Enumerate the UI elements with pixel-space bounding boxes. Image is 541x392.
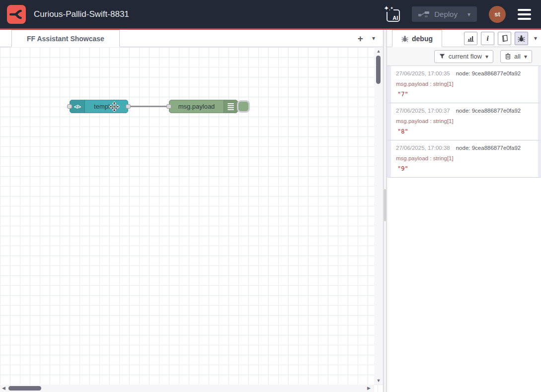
sidebar-tab-debug[interactable]: debug <box>392 30 442 47</box>
header-actions: ✦ ✦ AI Deploy ▾ st <box>386 6 534 23</box>
avatar-initials: st <box>494 10 500 18</box>
scroll-left-arrow[interactable]: ◀ <box>2 386 5 391</box>
deploy-icon <box>418 11 429 18</box>
template-output-port[interactable] <box>126 104 131 109</box>
debug-message[interactable]: 27/06/2025, 17:00:38node: 9cea886877e0fa… <box>387 140 541 178</box>
sidebar-tab-label: debug <box>412 35 433 43</box>
vertical-scroll-thumb[interactable] <box>376 56 381 84</box>
info-tab-button[interactable]: i <box>481 32 494 45</box>
sidebar-resize-gutter <box>383 30 387 392</box>
message-node-id: node: 9cea886877e0fa92 <box>456 145 521 151</box>
deploy-options-caret[interactable]: ▾ <box>467 11 470 18</box>
debug-tab-button[interactable] <box>515 32 528 45</box>
move-cursor-icon <box>109 101 120 112</box>
message-property: msg.payload : string[1] <box>396 155 533 162</box>
dashboard-tab-button[interactable] <box>464 32 477 45</box>
book-icon <box>501 35 508 42</box>
workspace-tab-label: FF Assistant Showcase <box>27 35 104 43</box>
instance-title: Curious-Pallid-Swift-8831 <box>34 9 129 19</box>
debug-iconbox <box>224 100 237 113</box>
sidebar-tabbar: debug i <box>387 30 541 47</box>
message-value: "8" <box>396 128 533 135</box>
message-property: msg.payload : string[1] <box>396 80 533 87</box>
workspace-tab-actions: + ▾ <box>358 30 383 47</box>
debug-filter-label: current flow <box>449 53 482 60</box>
menu-bar <box>518 13 531 15</box>
trash-icon <box>505 53 511 60</box>
message-timestamp: 27/06/2025, 17:00:35 <box>396 70 450 76</box>
node-debug-label: msg.payload <box>169 100 224 113</box>
debug-enable-toggle[interactable] <box>237 100 250 113</box>
scroll-down-arrow[interactable]: ▼ <box>374 378 383 383</box>
sidebar-tabs-caret[interactable]: ▾ <box>534 35 537 42</box>
debug-message[interactable]: 27/06/2025, 17:00:37node: 9cea886877e0fa… <box>387 103 541 140</box>
main-area: FF Assistant Showcase + ▾ </> template m… <box>0 30 541 392</box>
bug-icon <box>401 35 408 42</box>
debug-message-list: 27/06/2025, 17:00:35node: 9cea886877e0fa… <box>387 66 541 392</box>
filter-icon <box>439 54 445 59</box>
ai-assistant-button[interactable]: ✦ ✦ AI <box>386 9 400 22</box>
node-debug[interactable]: msg.payload <box>169 100 238 113</box>
debug-input-port[interactable] <box>166 104 171 109</box>
flow-list-caret[interactable]: ▾ <box>372 35 375 41</box>
wire-template-to-debug[interactable] <box>130 106 169 107</box>
menu-bar <box>518 18 531 20</box>
debug-clear-button[interactable]: all ▾ <box>500 50 532 63</box>
message-value: "9" <box>396 165 533 172</box>
message-property: msg.payload : string[1] <box>396 118 533 125</box>
debug-filter-button[interactable]: current flow ▾ <box>434 50 493 63</box>
workspace-tabbar: FF Assistant Showcase + ▾ <box>0 30 383 47</box>
main-menu-button[interactable] <box>518 9 534 20</box>
message-node-id: node: 9cea886877e0fa92 <box>456 108 521 114</box>
node-red-editor: Curious-Pallid-Swift-8831 ✦ ✦ AI Deploy … <box>0 0 541 392</box>
help-tab-button[interactable] <box>498 32 511 45</box>
sparkle-icon: ✦ <box>383 4 389 12</box>
bug-icon <box>518 35 525 42</box>
canvas-horizontal-scrollbar: ◀ ▶ <box>0 385 374 392</box>
debug-message[interactable]: 27/06/2025, 17:00:35node: 9cea886877e0fa… <box>387 66 541 103</box>
deploy-button[interactable]: Deploy ▾ <box>412 6 477 22</box>
debug-toolbar: current flow ▾ all ▾ <box>387 47 541 66</box>
flowfuse-logo <box>7 5 26 24</box>
workspace-tab[interactable]: FF Assistant Showcase <box>11 30 120 47</box>
add-flow-button[interactable]: + <box>358 34 363 43</box>
chart-icon <box>467 35 474 42</box>
clear-caret: ▾ <box>524 54 527 60</box>
message-value: "7" <box>396 91 533 98</box>
list-icon <box>228 103 234 110</box>
message-node-id: node: 9cea886877e0fa92 <box>456 70 521 76</box>
template-iconbox: </> <box>70 100 85 113</box>
filter-caret: ▾ <box>485 54 488 60</box>
header-bar: Curious-Pallid-Swift-8831 ✦ ✦ AI Deploy … <box>0 0 541 30</box>
info-icon: i <box>486 35 488 42</box>
sidebar-tool-buttons: i ▾ <box>464 30 541 47</box>
debug-clear-label: all <box>514 53 521 60</box>
editor-pane: FF Assistant Showcase + ▾ </> template m… <box>0 30 383 392</box>
user-avatar[interactable]: st <box>489 6 506 23</box>
message-timestamp: 27/06/2025, 17:00:37 <box>396 108 450 114</box>
sidebar: debug i <box>387 30 541 392</box>
message-timestamp: 27/06/2025, 17:00:38 <box>396 145 450 151</box>
sidebar-resize-handle[interactable] <box>384 189 386 221</box>
code-icon: </> <box>74 104 80 110</box>
template-input-port[interactable] <box>67 104 72 109</box>
flow-canvas[interactable]: </> template msg.payload <box>0 47 383 392</box>
sparkle-small-icon: ✦ <box>390 6 393 10</box>
flowfuse-logo-icon <box>9 7 23 21</box>
horizontal-scroll-thumb[interactable] <box>8 386 41 391</box>
deploy-label: Deploy <box>434 10 458 18</box>
canvas-vertical-scrollbar: ▲ ▼ <box>374 47 383 385</box>
menu-bar <box>518 9 531 11</box>
scroll-up-arrow[interactable]: ▲ <box>374 49 383 54</box>
node-template-label: template <box>85 100 128 113</box>
ai-label: AI <box>392 15 398 21</box>
scroll-right-arrow[interactable]: ▶ <box>367 386 371 391</box>
